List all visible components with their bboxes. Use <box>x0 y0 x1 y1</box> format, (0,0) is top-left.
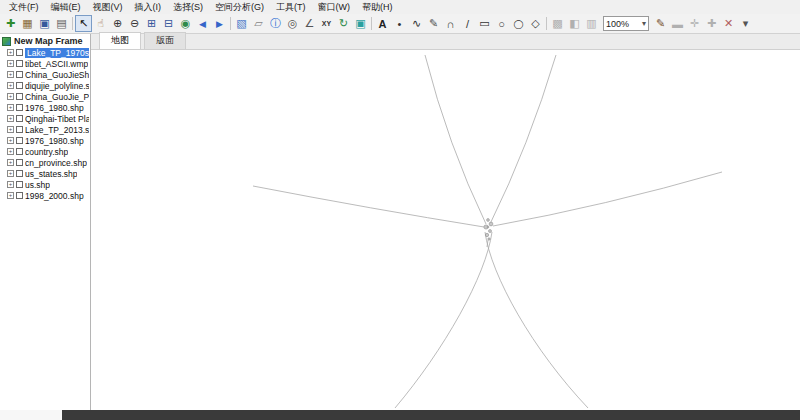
layer-item[interactable]: China_GuoJieShen <box>0 69 90 80</box>
delete-icon[interactable]: ✕ <box>720 15 737 32</box>
text-tool-icon[interactable]: A <box>374 15 391 32</box>
zoom-level-combo[interactable]: 100% ▾ <box>603 16 649 31</box>
layer-visibility-checkbox[interactable] <box>16 71 23 78</box>
layer-item[interactable]: 1998_2000.shp <box>0 190 90 201</box>
expand-toggle-icon[interactable] <box>7 93 14 100</box>
add-point-icon[interactable]: ✚ <box>703 15 720 32</box>
layer-item[interactable]: cn_province.shp <box>0 157 90 168</box>
menu-view[interactable]: 视图(V) <box>87 1 129 14</box>
clear-selection-icon[interactable]: ▱ <box>250 15 267 32</box>
effects-icon[interactable]: ◧ <box>566 15 583 32</box>
zoom-in-icon[interactable]: ⊕ <box>109 15 126 32</box>
refresh-icon[interactable]: ↻ <box>335 15 352 32</box>
expand-toggle-icon[interactable] <box>7 126 14 133</box>
layer-visibility-checkbox[interactable] <box>16 159 23 166</box>
snap-icon[interactable]: ✛ <box>686 15 703 32</box>
print-icon[interactable]: ▤ <box>53 15 70 32</box>
layer-visibility-checkbox[interactable] <box>16 170 23 177</box>
layer-item[interactable]: us_states.shp <box>0 168 90 179</box>
layer-item[interactable]: Lake_TP_1970s.shp <box>0 47 90 58</box>
save-icon[interactable]: ▣ <box>36 15 53 32</box>
layer-item[interactable]: China_GuoJie_Poly <box>0 91 90 102</box>
layer-item[interactable]: us.shp <box>0 179 90 190</box>
attribute-table-icon[interactable]: ▦ <box>19 15 36 32</box>
measure-icon[interactable]: ∠ <box>301 15 318 32</box>
select-arrow-icon[interactable]: ↖ <box>75 15 92 32</box>
layer-list-icon[interactable]: ▥ <box>583 15 600 32</box>
menu-edit[interactable]: 编辑(E) <box>45 1 87 14</box>
expand-toggle-icon[interactable] <box>7 181 14 188</box>
go-to-xy-icon[interactable]: XY <box>318 15 335 32</box>
toolbar-icon-glyph: ⊖ <box>130 17 139 30</box>
expand-toggle-icon[interactable] <box>7 192 14 199</box>
html-popup-icon[interactable]: ▣ <box>352 15 369 32</box>
layer-item[interactable]: Qinghai-Tibet Plat <box>0 113 90 124</box>
menu-file[interactable]: 文件(F) <box>3 1 45 14</box>
layer-item[interactable]: 1976_1980.shp <box>0 102 90 113</box>
layer-item[interactable]: country.shp <box>0 146 90 157</box>
fixed-zoom-in-icon[interactable]: ⊞ <box>143 15 160 32</box>
map-canvas[interactable] <box>91 50 800 410</box>
arc-tool-icon[interactable]: ∩ <box>442 15 459 32</box>
layer-item[interactable]: 1976_1980.shp <box>0 135 90 146</box>
identify-icon[interactable]: ⓘ <box>267 15 284 32</box>
full-extent-icon[interactable]: ◉ <box>177 15 194 32</box>
layer-visibility-checkbox[interactable] <box>16 181 23 188</box>
layer-visibility-checkbox[interactable] <box>16 82 23 89</box>
menu-geoprocessing[interactable]: 空间分析(G) <box>209 1 270 14</box>
select-features-icon[interactable]: ▧ <box>233 15 250 32</box>
zoom-out-icon[interactable]: ⊖ <box>126 15 143 32</box>
add-data-icon[interactable]: ✚ <box>2 15 19 32</box>
tab-map[interactable]: 地图 <box>99 32 141 49</box>
menu-help[interactable]: 帮助(H) <box>356 1 399 14</box>
curve-tool-icon[interactable]: ∿ <box>408 15 425 32</box>
chevron-down-icon: ▾ <box>642 19 646 28</box>
expand-toggle-icon[interactable] <box>7 170 14 177</box>
pan-icon[interactable]: ☝ <box>92 15 109 32</box>
layer-visibility-checkbox[interactable] <box>16 148 23 155</box>
layer-item[interactable]: diqujie_polyline.sl <box>0 80 90 91</box>
layer-visibility-checkbox[interactable] <box>16 93 23 100</box>
next-extent-icon[interactable]: ▶ <box>211 15 228 32</box>
expand-toggle-icon[interactable] <box>7 115 14 122</box>
layer-visibility-checkbox[interactable] <box>16 115 23 122</box>
fixed-zoom-out-icon[interactable]: ⊟ <box>160 15 177 32</box>
expand-toggle-icon[interactable] <box>7 71 14 78</box>
expand-toggle-icon[interactable] <box>7 60 14 67</box>
tab-layout[interactable]: 版面 <box>144 32 186 49</box>
layer-visibility-checkbox[interactable] <box>16 126 23 133</box>
expand-toggle-icon[interactable] <box>7 137 14 144</box>
menu-window[interactable]: 窗口(W) <box>312 1 357 14</box>
find-icon[interactable]: ◎ <box>284 15 301 32</box>
dot-tool-icon[interactable]: • <box>391 15 408 32</box>
layer-visibility-checkbox[interactable] <box>16 104 23 111</box>
ellipse-tool-icon[interactable]: ◯ <box>510 15 527 32</box>
layer-visibility-checkbox[interactable] <box>16 137 23 144</box>
layer-item[interactable]: tibet_ASCII.wmp <box>0 58 90 69</box>
circle-tool-icon[interactable]: ○ <box>493 15 510 32</box>
layer-item[interactable]: Lake_TP_2013.shp <box>0 124 90 135</box>
prev-extent-icon[interactable]: ◀ <box>194 15 211 32</box>
layer-label: cn_province.shp <box>25 158 87 168</box>
expand-toggle-icon[interactable] <box>7 104 14 111</box>
layer-visibility-checkbox[interactable] <box>16 192 23 199</box>
polygon-tool-icon[interactable]: ◇ <box>527 15 544 32</box>
freehand-tool-icon[interactable]: ✎ <box>425 15 442 32</box>
layer-visibility-checkbox[interactable] <box>16 49 23 56</box>
more-tools-dropdown-icon[interactable]: ▾ <box>737 15 754 32</box>
expand-toggle-icon[interactable] <box>7 159 14 166</box>
rectangle-tool-icon[interactable]: ▭ <box>476 15 493 32</box>
menu-insert[interactable]: 插入(I) <box>129 1 168 14</box>
expand-toggle-icon[interactable] <box>7 82 14 89</box>
eraser-icon[interactable]: ▬ <box>669 15 686 32</box>
map-frame-root[interactable]: New Map Frame <box>0 34 90 47</box>
layer-visibility-checkbox[interactable] <box>16 60 23 67</box>
menu-selection[interactable]: 选择(S) <box>167 1 209 14</box>
pencil-icon[interactable]: ✎ <box>652 15 669 32</box>
menu-tools[interactable]: 工具(T) <box>270 1 312 14</box>
line-tool-icon[interactable]: / <box>459 15 476 32</box>
add-graphics-icon[interactable]: ▩ <box>549 15 566 32</box>
expand-toggle-icon[interactable] <box>7 49 14 56</box>
expand-toggle-icon[interactable] <box>7 148 14 155</box>
toolbar-icon-glyph: XY <box>322 20 331 27</box>
